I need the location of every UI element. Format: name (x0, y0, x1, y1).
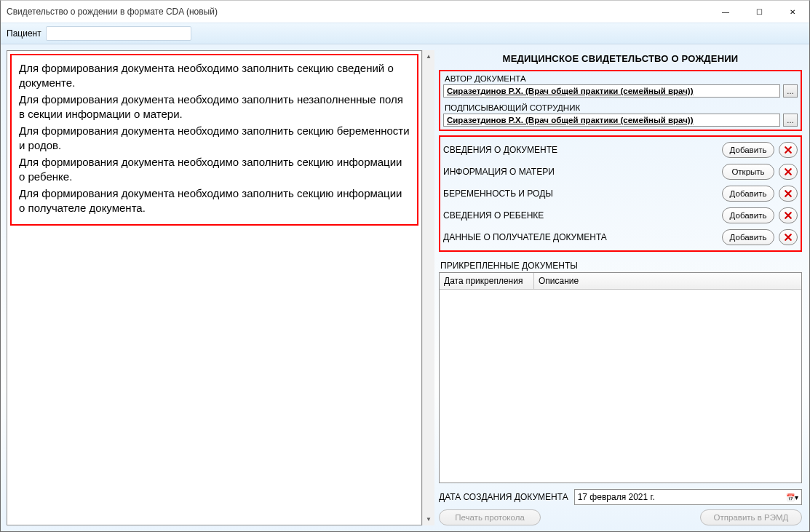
section-label: СВЕДЕНИЯ О ДОКУМЕНТЕ (443, 145, 718, 155)
warning-line: Для формирования документа необходимо за… (19, 92, 410, 121)
close-button[interactable]: ✕ (776, 1, 809, 23)
client-area: Для формирования документа необходимо за… (1, 44, 809, 531)
maximize-button[interactable]: ☐ (742, 1, 776, 23)
section-label: ИНФОРМАЦИЯ О МАТЕРИ (443, 167, 718, 177)
patient-label: Пациент (7, 28, 41, 39)
left-scrollbar[interactable]: ▲ ▼ (422, 50, 434, 525)
left-column: Для формирования документа необходимо за… (1, 44, 434, 531)
section-row: БЕРЕМЕННОСТЬ И РОДЫДобавить (443, 183, 798, 205)
scroll-up-button[interactable]: ▲ (423, 50, 434, 63)
section-delete-button[interactable] (779, 142, 798, 158)
print-protocol-button[interactable]: Печать протокола (439, 509, 541, 525)
form-heading: МЕДИЦИНСКОЕ СВИДЕТЕЛЬСТВО О РОЖДЕНИИ (439, 50, 802, 70)
grid-body (440, 290, 801, 483)
right-column: МЕДИЦИНСКОЕ СВИДЕТЕЛЬСТВО О РОЖДЕНИИ АВТ… (434, 44, 809, 531)
warning-line: Для формирования документа необходимо за… (19, 124, 410, 152)
scroll-down-button[interactable]: ▼ (423, 513, 434, 525)
send-remd-button[interactable]: Отправить в РЭМД (700, 509, 802, 525)
signer-label: ПОДПИСЫВАЮЩИЙ СОТРУДНИК (443, 102, 798, 114)
warnings-box: Для формирования документа необходимо за… (10, 54, 418, 226)
section-label: БЕРЕМЕННОСТЬ И РОДЫ (443, 188, 718, 199)
section-row: ДАННЫЕ О ПОЛУЧАТЕЛЕ ДОКУМЕНТАДобавить (443, 226, 798, 248)
section-row: СВЕДЕНИЯ О ДОКУМЕНТЕДобавить (443, 139, 798, 161)
section-delete-button[interactable] (779, 229, 798, 245)
section-label: СВЕДЕНИЯ О РЕБЕНКЕ (443, 210, 718, 221)
warning-line: Для формирования документа необходимо за… (19, 61, 410, 90)
warning-line: Для формирования документа необходимо за… (19, 186, 410, 215)
section-action-button[interactable]: Открыть (722, 164, 774, 180)
section-delete-button[interactable] (779, 186, 798, 202)
grid-header: Дата прикрепления Описание (440, 273, 801, 290)
attached-grid[interactable]: Дата прикрепления Описание (439, 272, 802, 483)
creation-date-field[interactable]: 17 февраля 2021 г. 📅▾ (574, 489, 802, 505)
section-label: ДАННЫЕ О ПОЛУЧАТЕЛЕ ДОКУМЕНТА (443, 232, 718, 242)
calendar-icon[interactable]: 📅▾ (786, 493, 798, 501)
section-delete-button[interactable] (779, 207, 798, 223)
signer-browse-button[interactable]: … (783, 114, 798, 127)
author-label: АВТОР ДОКУМЕНТА (443, 73, 798, 84)
creation-date-label: ДАТА СОЗДАНИЯ ДОКУМЕНТА (439, 492, 568, 502)
warning-line: Для формирования документа необходимо за… (19, 155, 410, 183)
signer-field[interactable]: Сиразетдинов Р.Х. (Врач общей практики (… (443, 114, 780, 127)
toolbar: Пациент (1, 23, 809, 44)
window-controls: — ☐ ✕ (709, 1, 809, 23)
section-delete-button[interactable] (779, 164, 798, 180)
patient-field[interactable] (46, 26, 191, 41)
author-browse-button[interactable]: … (783, 84, 798, 98)
main-window: Свидетельство о рождении в формате CDA (… (0, 0, 810, 532)
minimize-button[interactable]: — (709, 1, 742, 23)
titlebar: Свидетельство о рождении в формате CDA (… (1, 1, 809, 23)
author-field[interactable]: Сиразетдинов Р.Х. (Врач общей практики (… (443, 84, 780, 98)
attached-label: ПРИКРЕПЛЕННЫЕ ДОКУМЕНТЫ (439, 258, 802, 272)
grid-header-date[interactable]: Дата прикрепления (440, 273, 534, 289)
section-action-button[interactable]: Добавить (722, 229, 774, 245)
section-row: ИНФОРМАЦИЯ О МАТЕРИОткрыть (443, 161, 798, 183)
author-signer-block: АВТОР ДОКУМЕНТА Сиразетдинов Р.Х. (Врач … (439, 70, 802, 131)
section-action-button[interactable]: Добавить (722, 142, 774, 158)
creation-date-value: 17 февраля 2021 г. (578, 492, 782, 502)
messages-panel: Для формирования документа необходимо за… (7, 50, 422, 525)
sections-block: СВЕДЕНИЯ О ДОКУМЕНТЕДобавитьИНФОРМАЦИЯ О… (439, 135, 802, 252)
section-action-button[interactable]: Добавить (722, 207, 774, 223)
grid-header-desc[interactable]: Описание (534, 273, 801, 289)
section-action-button[interactable]: Добавить (722, 186, 774, 202)
section-row: СВЕДЕНИЯ О РЕБЕНКЕДобавить (443, 205, 798, 226)
window-title: Свидетельство о рождении в формате CDA (… (7, 7, 218, 17)
